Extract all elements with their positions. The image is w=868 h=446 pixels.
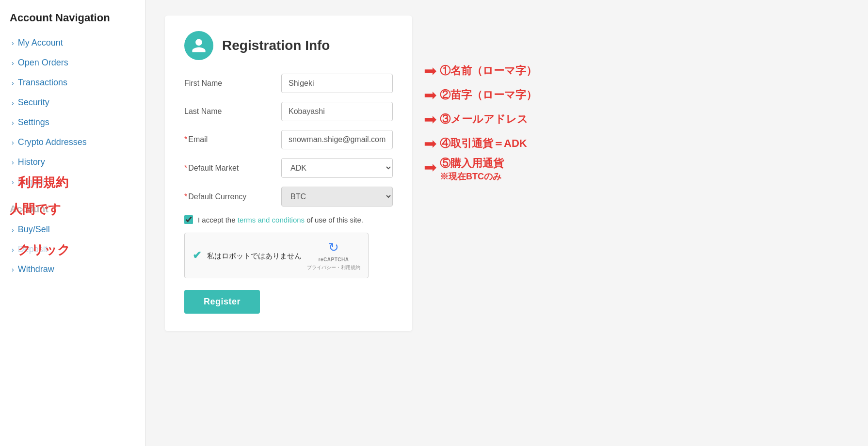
chevron-right-icon: ›: [12, 39, 14, 47]
chevron-right-icon: ›: [12, 59, 14, 67]
registration-title: Registration Info: [222, 38, 330, 53]
annotation-3: ➡ ③メールアドレス: [424, 108, 537, 131]
terms-checkbox[interactable]: [184, 215, 193, 224]
arrow-icon-4: ➡: [424, 134, 437, 153]
default-currency-row: *Default Currency BTC: [184, 187, 393, 207]
annotation-text-3: ③メールアドレス: [440, 112, 528, 127]
chevron-right-icon: ›: [12, 139, 14, 146]
sidebar-section2-heading: Account 人間です: [10, 204, 135, 215]
default-market-select[interactable]: ADK: [281, 158, 393, 178]
chevron-right-icon: ›: [12, 159, 14, 166]
required-indicator: *: [184, 192, 187, 201]
chevron-right-icon: ›: [12, 266, 14, 273]
main-content: Registration Info First Name Last Name *…: [145, 0, 868, 446]
sidebar-item-crypto-addresses[interactable]: › Crypto Addresses: [10, 132, 135, 152]
recaptcha-left: ✔ 私はロボットではありません: [193, 249, 302, 262]
arrow-icon-2: ➡: [424, 86, 437, 104]
recaptcha-right: ↻ reCAPTCHA プライバシー・利用規約: [307, 240, 360, 271]
sidebar-heading: Account Navigation: [10, 12, 135, 24]
sidebar-item-withdraw[interactable]: › Withdraw: [10, 259, 135, 279]
annotation-text-2: ②苗字（ローマ字）: [440, 88, 537, 102]
recaptcha-checkmark-icon: ✔: [193, 249, 201, 262]
annotation-2: ➡ ②苗字（ローマ字）: [424, 83, 537, 107]
first-name-row: First Name: [184, 74, 393, 93]
recaptcha-links: プライバシー・利用規約: [307, 264, 360, 271]
registration-panel: Registration Info First Name Last Name *…: [165, 16, 412, 331]
recaptcha-logo-icon: ↻: [328, 240, 339, 255]
sidebar-item-history[interactable]: › History: [10, 152, 135, 172]
recaptcha-text: 私はロボットではありません: [207, 251, 302, 261]
default-market-label: *Default Market: [184, 164, 281, 173]
sidebar-item-deposit[interactable]: › Deposit クリック: [10, 239, 135, 259]
sidebar-item-logout[interactable]: › Logout 利用規約: [10, 172, 135, 192]
sidebar-item-settings[interactable]: › Settings: [10, 112, 135, 132]
sidebar-item-buy-sell[interactable]: › Buy/Sell: [10, 220, 135, 239]
chevron-right-icon: ›: [12, 246, 14, 254]
arrow-icon-5: ➡: [424, 158, 437, 176]
required-indicator: *: [184, 164, 187, 172]
email-row: *Email: [184, 130, 393, 149]
sidebar-item-open-orders[interactable]: › Open Orders: [10, 53, 135, 73]
email-label: *Email: [184, 135, 281, 144]
annotation-text-1: ①名前（ローマ字）: [440, 64, 537, 78]
last-name-label: Last Name: [184, 107, 281, 116]
sidebar-nav: › My Account › Open Orders › Transaction…: [10, 33, 135, 192]
user-avatar-icon: [184, 31, 213, 60]
annotation-5: ➡ ⑤購入用通貨 ※現在BTCのみ: [424, 156, 537, 184]
chevron-right-icon: ›: [12, 119, 14, 127]
annotation-4: ➡ ④取引通貨＝ADK: [424, 132, 537, 155]
overlay-human: 人間です: [10, 201, 61, 218]
recaptcha-brand: reCAPTCHA: [319, 257, 349, 262]
recaptcha-box[interactable]: ✔ 私はロボットではありません ↻ reCAPTCHA プライバシー・利用規約: [184, 233, 369, 278]
overlay-click: クリック: [18, 241, 70, 258]
first-name-input[interactable]: [281, 74, 393, 93]
overlay-terms: 利用規約: [18, 174, 68, 191]
terms-label: I accept the terms and conditions of use…: [198, 216, 363, 224]
sidebar-item-transactions[interactable]: › Transactions: [10, 73, 135, 93]
chevron-right-icon: ›: [12, 99, 14, 107]
last-name-row: Last Name: [184, 102, 393, 121]
first-name-label: First Name: [184, 79, 281, 88]
email-input[interactable]: [281, 130, 393, 149]
person-icon: [191, 37, 207, 54]
chevron-right-icon: ›: [12, 226, 14, 234]
register-button[interactable]: Register: [184, 290, 260, 314]
arrow-icon-1: ➡: [424, 62, 437, 80]
default-currency-select[interactable]: BTC: [281, 187, 393, 207]
annotation-sub-5: ※現在BTCのみ: [440, 171, 504, 182]
sidebar-item-security[interactable]: › Security: [10, 93, 135, 112]
chevron-right-icon: ›: [12, 79, 14, 87]
terms-checkbox-row: I accept the terms and conditions of use…: [184, 215, 393, 224]
sidebar-item-my-account[interactable]: › My Account: [10, 33, 135, 53]
default-currency-label: *Default Currency: [184, 192, 281, 201]
registration-header: Registration Info: [184, 31, 393, 60]
required-indicator: *: [184, 135, 187, 143]
annotation-1: ➡ ①名前（ローマ字）: [424, 59, 537, 82]
sidebar: Account Navigation › My Account › Open O…: [0, 0, 145, 446]
chevron-right-icon: ›: [12, 178, 14, 186]
annotation-text-5: ⑤購入用通貨: [440, 156, 504, 171]
arrow-icon-3: ➡: [424, 110, 437, 128]
default-market-row: *Default Market ADK: [184, 158, 393, 178]
terms-link[interactable]: terms and conditions: [238, 216, 305, 224]
last-name-input[interactable]: [281, 102, 393, 121]
annotation-column: ➡ ①名前（ローマ字） ➡ ②苗字（ローマ字） ➡ ③メールアドレス ➡ ④取引…: [412, 16, 537, 185]
annotation-text-4: ④取引通貨＝ADK: [440, 136, 527, 151]
